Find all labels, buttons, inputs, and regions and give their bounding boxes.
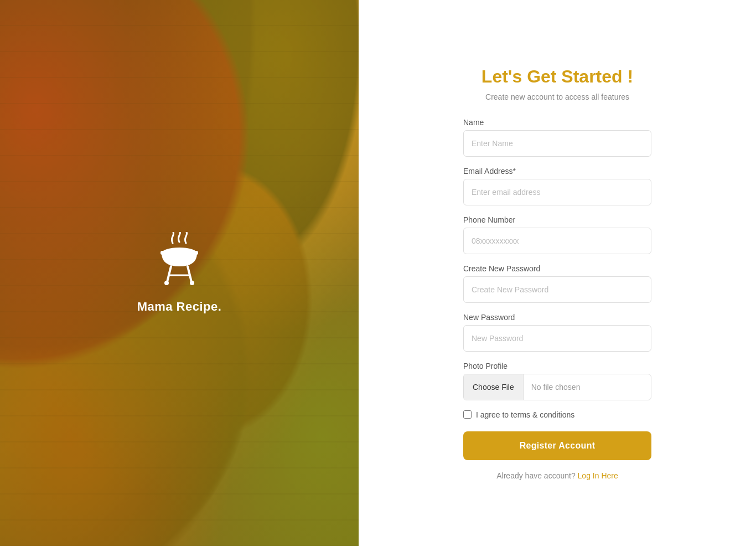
login-here-link[interactable]: Log In Here [578,471,618,480]
name-input[interactable] [463,130,651,157]
grill-icon [152,232,207,293]
svg-line-2 [167,266,171,282]
choose-file-button[interactable]: Choose File [464,374,524,400]
page-title: Let's Get Started ! [463,66,651,87]
brand-center: Mama Recipe. [0,0,359,546]
phone-field-group: Phone Number [463,215,651,254]
new-password-field-group: New Password [463,313,651,352]
left-panel: Mama Recipe. [0,0,359,546]
create-password-input[interactable] [463,276,651,303]
phone-label: Phone Number [463,215,651,224]
name-label: Name [463,118,651,127]
svg-rect-1 [160,251,198,255]
register-button[interactable]: Register Account [463,431,651,460]
page-subtitle: Create new account to access all feature… [463,92,651,101]
already-text: Already have account? [496,471,575,480]
file-input-wrapper: Choose File No file chosen [463,374,651,400]
right-panel: Let's Get Started ! Create new account t… [359,0,756,546]
brand-name: Mama Recipe. [137,300,222,314]
email-label: Email Address* [463,167,651,176]
email-input[interactable] [463,179,651,205]
phone-input[interactable] [463,228,651,254]
name-field-group: Name [463,118,651,157]
terms-label[interactable]: I agree to terms & conditions [476,410,574,419]
photo-field-group: Photo Profile Choose File No file chosen [463,362,651,400]
file-name-display: No file chosen [524,383,651,392]
new-password-input[interactable] [463,325,651,352]
login-link-row: Already have account? Log In Here [463,471,651,480]
email-field-group: Email Address* [463,167,651,205]
svg-line-3 [188,266,191,282]
terms-row: I agree to terms & conditions [463,410,651,419]
photo-label: Photo Profile [463,362,651,370]
svg-point-6 [190,281,194,285]
new-password-label: New Password [463,313,651,322]
terms-checkbox[interactable] [463,410,472,419]
svg-point-5 [164,281,169,285]
create-password-field-group: Create New Password [463,264,651,303]
registration-form: Let's Get Started ! Create new account t… [463,66,651,480]
create-password-label: Create New Password [463,264,651,273]
